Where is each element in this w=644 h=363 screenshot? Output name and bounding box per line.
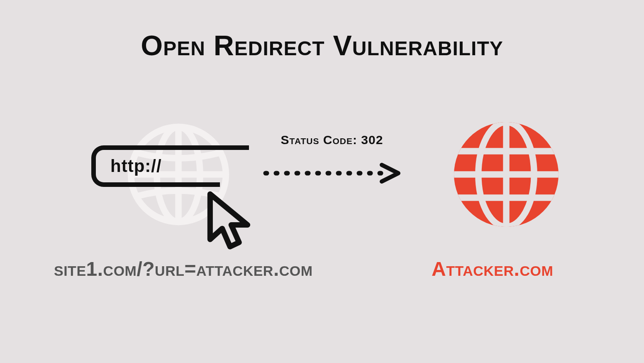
- target-url-caption: Attacker.com: [432, 258, 553, 280]
- diagram-title: Open Redirect Vulnerability: [0, 29, 644, 61]
- url-bar: http://: [91, 145, 249, 187]
- status-code-label: Status Code: 302: [257, 133, 407, 147]
- globe-red-icon: [448, 116, 564, 233]
- cursor-icon: [197, 191, 259, 258]
- dashed-arrow-icon: [261, 163, 402, 184]
- target-group: [448, 116, 564, 234]
- redirect-arrow-group: Status Code: 302: [257, 133, 407, 184]
- protocol-text: http://: [110, 156, 162, 176]
- source-group: http://: [95, 120, 261, 228]
- source-url-caption: site1.com/?url=attacker.com: [54, 258, 313, 280]
